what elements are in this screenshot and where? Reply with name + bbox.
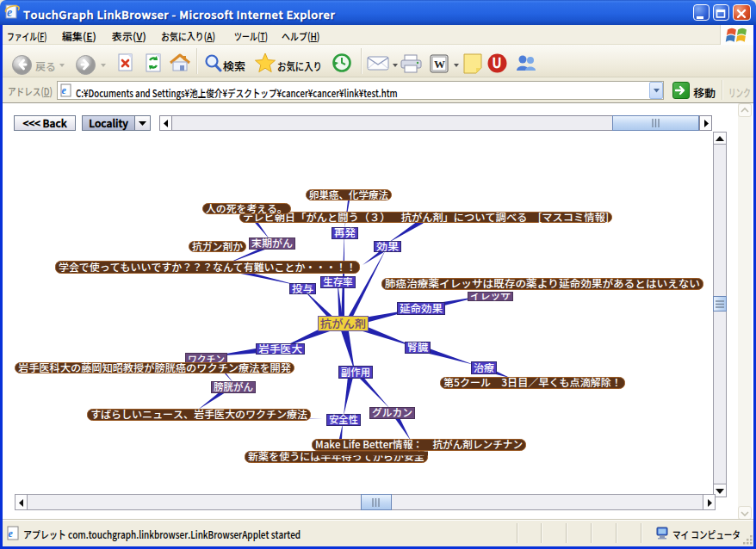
svg-text:W: W (434, 58, 445, 71)
svg-text:e: e (62, 84, 67, 96)
svg-text:Make Life Better情報： 抗がん剤レンチナン: Make Life Better情報： 抗がん剤レンチナン (315, 436, 523, 451)
svg-text:膀胱がん: 膀胱がん (214, 379, 253, 393)
svg-text:U: U (493, 53, 502, 71)
svg-text:投与: 投与 (292, 281, 313, 295)
svg-text:人の死を考える。: 人の死を考える。 (206, 200, 288, 215)
svg-text:第5クール 3日目／早くも点滴解除！: 第5クール 3日目／早くも点滴解除！ (443, 374, 622, 389)
svg-text:再発: 再発 (334, 225, 356, 239)
svg-text:副作用: 副作用 (341, 364, 370, 379)
svg-text:延命効果: 延命効果 (400, 300, 443, 315)
svg-text:腎臓: 腎臓 (407, 339, 429, 354)
svg-text:岩手医大: 岩手医大 (258, 341, 302, 355)
svg-text:抗ガン剤か: 抗ガン剤か (192, 238, 243, 253)
svg-text:岩手医科大の藤岡知昭教授が膀胱癌のワクチン療法を開発: 岩手医科大の藤岡知昭教授が膀胱癌のワクチン療法を開発 (18, 360, 291, 374)
svg-text:抗がん剤: 抗がん剤 (320, 315, 366, 331)
svg-text:テレビ朝日「がんと闘う（３） 抗がん剤」について調べる [マ: テレビ朝日「がんと闘う（３） 抗がん剤」について調べる [マスコミ情報] (243, 209, 609, 224)
svg-text:安全性: 安全性 (329, 411, 358, 426)
svg-text:効果: 効果 (376, 238, 399, 253)
svg-text:肺癌治療薬イレッサは既存の薬より延命効果があるとはいえない: 肺癌治療薬イレッサは既存の薬より延命効果があるとはいえない (385, 275, 700, 290)
svg-text:卵巣癌、化学療法: 卵巣癌、化学療法 (309, 187, 388, 201)
svg-text:学会で使ってもいいですか？？？なんて有難いことか・・・！！: 学会で使ってもいいですか？？？なんて有難いことか・・・！！ (59, 259, 356, 274)
svg-text:生存率: 生存率 (323, 274, 353, 288)
svg-text:e: e (9, 527, 14, 540)
svg-text:グルカン: グルカン (372, 404, 412, 419)
svg-text:治療: 治療 (474, 360, 494, 374)
svg-text:末期がん: 末期がん (251, 235, 293, 250)
svg-text:すばらしいニュース、岩手医大のワクチン療法: すばらしいニュース、岩手医大のワクチン療法 (90, 406, 307, 421)
